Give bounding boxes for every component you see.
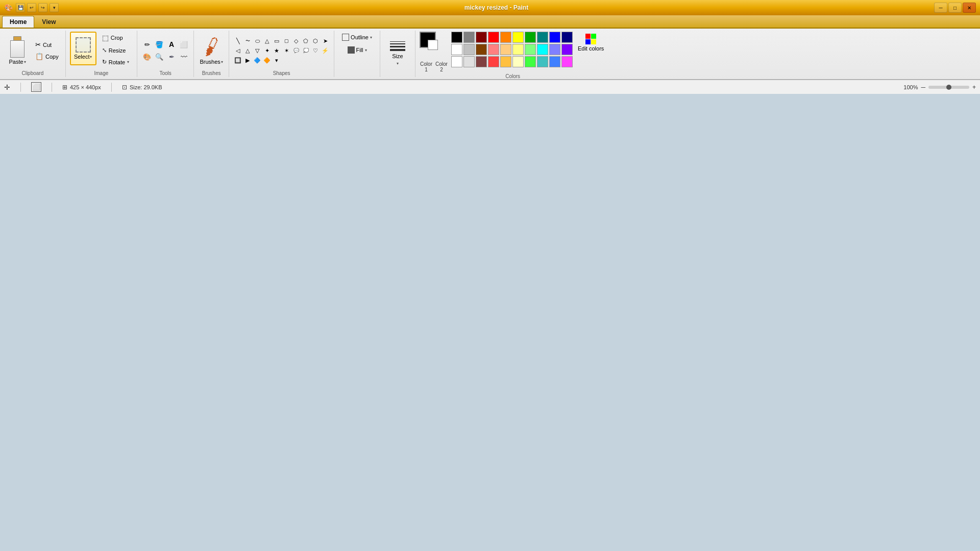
shape-extra4[interactable]: 🔶 <box>262 56 272 65</box>
eraser-button[interactable]: ⬜ <box>178 39 189 50</box>
color-b3[interactable] <box>549 56 560 67</box>
color-green[interactable] <box>525 32 536 43</box>
filesize-text: Size: 29.0KB <box>130 84 162 90</box>
color-lgray[interactable] <box>463 44 475 55</box>
fill-color-button[interactable]: 🪣 <box>154 39 165 50</box>
paste-button[interactable]: Paste ▾ <box>4 34 31 67</box>
shape-diamond[interactable]: ◇ <box>291 36 301 45</box>
color-r2[interactable] <box>488 56 499 67</box>
brushes-arrow: ▾ <box>221 60 223 64</box>
color-maroon[interactable] <box>476 32 487 43</box>
shape-triangle[interactable]: △ <box>262 36 272 45</box>
color-picker-button[interactable]: 🎨 <box>141 51 153 62</box>
shape-callout-round[interactable]: 💭 <box>301 46 310 55</box>
color-yellow[interactable] <box>512 32 524 43</box>
magnify-button[interactable]: 🔍 <box>154 51 165 62</box>
cut-button[interactable]: ✂ Cut <box>33 39 61 50</box>
status-bar: ✛ ⬜ ⊞ 425 × 440px ⊡ Size: 29.0KB 100% ─ … <box>0 80 980 94</box>
color-o2[interactable] <box>500 56 511 67</box>
copy-button[interactable]: 📋 Copy <box>33 51 61 62</box>
shape-5star[interactable]: ★ <box>272 46 281 55</box>
shape-callout-rect[interactable]: 💬 <box>291 46 301 55</box>
size-arrow: ▾ <box>397 61 399 66</box>
qa-dropdown-button[interactable]: ▾ <box>50 3 59 12</box>
rotate-button[interactable]: ↻ Rotate ▾ <box>99 57 133 67</box>
close-button[interactable]: ✕ <box>963 3 976 13</box>
shape-extra1[interactable]: 🔲 <box>233 56 242 65</box>
shape-curve[interactable]: 〜 <box>243 36 252 45</box>
undo-button[interactable]: ↩ <box>27 3 36 12</box>
color-w2[interactable] <box>451 56 462 67</box>
color-orange[interactable] <box>500 32 511 43</box>
color-white[interactable] <box>451 44 462 55</box>
clipboard-label: Clipboard <box>21 70 43 76</box>
resize-button[interactable]: ⤡ Resize <box>99 45 133 56</box>
shape-extra2[interactable]: ▶ <box>243 56 252 65</box>
shape-right-arrow[interactable]: ➤ <box>321 36 330 45</box>
color-blue[interactable] <box>549 32 560 43</box>
color-pink[interactable] <box>488 44 499 55</box>
brushes-button[interactable]: 🖌 Brushes ▾ <box>198 34 225 67</box>
app-icon: 🎨 <box>4 4 13 12</box>
colors-palette-row1 <box>451 32 573 43</box>
shape-round-rect[interactable]: ▢ <box>282 36 291 45</box>
zoom-in-button[interactable]: + <box>972 84 976 91</box>
zoom-out-button[interactable]: ─ <box>921 84 925 91</box>
color-black[interactable] <box>451 32 462 43</box>
pencil-button[interactable]: ✏ <box>141 39 153 50</box>
shapes-more[interactable]: ▾ <box>272 56 281 65</box>
redo-button[interactable]: ↪ <box>38 3 47 12</box>
color-teal[interactable] <box>537 32 548 43</box>
color-dgray[interactable] <box>463 32 475 43</box>
select-button[interactable]: Select ▾ <box>70 32 96 65</box>
color-brown[interactable] <box>476 44 487 55</box>
color-lblue[interactable] <box>549 44 560 55</box>
edit-colors-button[interactable]: Edit colors <box>576 32 606 54</box>
calligraphy-button[interactable]: ✒ <box>166 51 177 62</box>
shape-rect[interactable]: ▭ <box>272 36 281 45</box>
outline-arrow: ▾ <box>370 35 372 40</box>
color-y2[interactable] <box>512 56 524 67</box>
maximize-button[interactable]: □ <box>948 3 962 13</box>
shape-6star[interactable]: ✶ <box>282 46 291 55</box>
color-g2[interactable] <box>463 56 475 67</box>
color-purple[interactable] <box>561 44 573 55</box>
color2-swatch[interactable] <box>428 40 438 50</box>
size-button[interactable]: Size ▾ <box>384 37 411 70</box>
tab-home[interactable]: Home <box>2 16 34 28</box>
crop-button[interactable]: ⬚ Crop <box>99 32 133 44</box>
shape-line[interactable]: ╲ <box>233 36 242 45</box>
color-red[interactable] <box>488 32 499 43</box>
colors-palette-row3 <box>451 56 573 67</box>
color-g3[interactable] <box>525 56 536 67</box>
color-b2[interactable] <box>476 56 487 67</box>
fill-button[interactable]: Fill ▾ <box>344 44 371 56</box>
shape-extra3[interactable]: 🔷 <box>253 56 262 65</box>
zoom-slider[interactable] <box>928 86 969 89</box>
shape-heart[interactable]: ♡ <box>311 46 320 55</box>
color-cyan[interactable] <box>537 44 548 55</box>
smudge-button[interactable]: 〰 <box>178 51 189 62</box>
shape-left-arrow[interactable]: ◁ <box>233 46 242 55</box>
shape-lightning[interactable]: ⚡ <box>321 46 330 55</box>
color2-label: Color2 <box>435 61 448 72</box>
save-button[interactable]: 💾 <box>16 3 25 12</box>
color-p2[interactable] <box>561 56 573 67</box>
shape-up-arrow[interactable]: △ <box>243 46 252 55</box>
shape-ellipse[interactable]: ⬭ <box>253 36 262 45</box>
shape-pentagon[interactable]: ⬠ <box>301 36 310 45</box>
color-t2[interactable] <box>537 56 548 67</box>
color-lgreen[interactable] <box>525 44 536 55</box>
shape-hex[interactable]: ⬡ <box>311 36 320 45</box>
colors-label: Colors <box>505 73 520 79</box>
tab-view[interactable]: View <box>34 16 63 28</box>
minimize-button[interactable]: ─ <box>934 3 947 13</box>
text-button[interactable]: A <box>166 39 177 50</box>
shape-4star[interactable]: ✦ <box>262 46 272 55</box>
color-navy[interactable] <box>561 32 573 43</box>
outline-icon <box>342 34 349 41</box>
color-lyellow[interactable] <box>512 44 524 55</box>
color-peach[interactable] <box>500 44 511 55</box>
shape-down-arrow[interactable]: ▽ <box>253 46 262 55</box>
outline-button[interactable]: Outline ▾ <box>338 32 376 43</box>
